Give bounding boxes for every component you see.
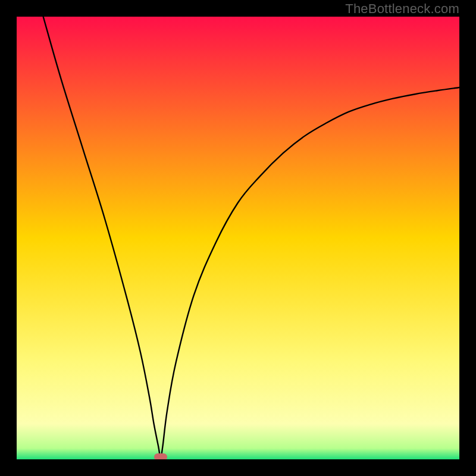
chart-marker-point [154,453,167,459]
chart-curve [17,17,459,459]
watermark-text: TheBottleneck.com [345,1,459,17]
chart-plot-area [17,17,459,459]
